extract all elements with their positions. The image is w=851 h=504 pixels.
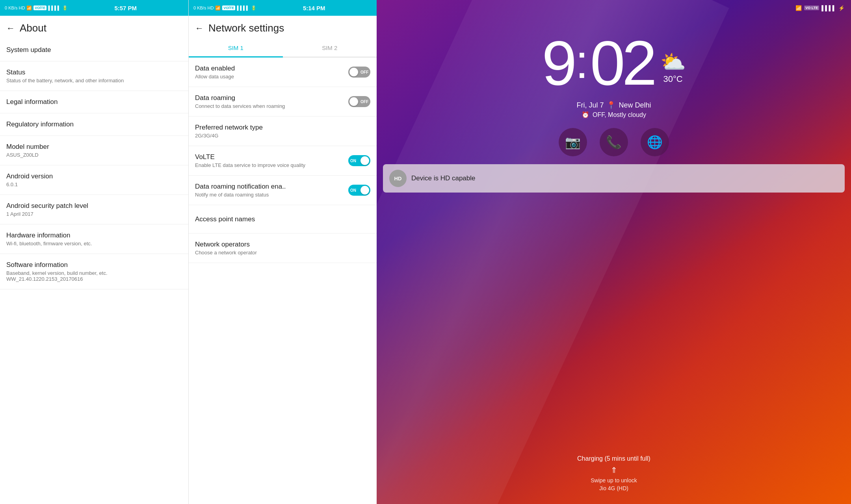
- location-text: New Delhi: [619, 101, 651, 109]
- about-item-hardware[interactable]: Hardware information Wi-fi, bluetooth, f…: [0, 224, 188, 254]
- toggle-label: OFF: [360, 100, 368, 104]
- wifi-icon: 📶: [215, 6, 221, 11]
- network-item-subtitle: 2G/3G/4G: [195, 133, 370, 139]
- about-list: System update Status Status of the batte…: [0, 39, 188, 504]
- swipe-up-arrows: ⇑: [611, 465, 617, 475]
- toggle-knob: [360, 186, 369, 195]
- browser-icon: 🌐: [647, 135, 663, 150]
- lockscreen-date: Fri, Jul 7 📍 New Delhi: [377, 101, 851, 109]
- wifi-icon: 📶: [26, 6, 32, 11]
- panel-network: 0 KB/s HD 📶 VOlTE ▌▌▌▌ 🔋 5:14 PM ← Netwo…: [188, 0, 377, 504]
- about-item-title: Android security patch level: [6, 202, 182, 210]
- network-item-volte[interactable]: VoLTE Enable LTE data service to improve…: [189, 146, 377, 176]
- about-item-system-update[interactable]: System update: [0, 39, 188, 61]
- network-item-title: Access point names: [195, 215, 370, 223]
- about-item-regulatory[interactable]: Regulatory information: [0, 113, 188, 136]
- alarm-text: OFF, Mostly cloudy: [593, 111, 646, 119]
- network-item-subtitle: Choose a network operator: [195, 250, 370, 256]
- network-item-operators[interactable]: Network operators Choose a network opera…: [189, 233, 377, 263]
- network-item-title: Data enabled: [195, 65, 342, 72]
- network-item-subtitle: Enable LTE data service to improve voice…: [195, 162, 342, 168]
- camera-shortcut[interactable]: 📷: [559, 128, 587, 156]
- tab-sim2[interactable]: SIM 2: [283, 39, 377, 57]
- lockscreen-alarm: ⏰ OFF, Mostly cloudy: [377, 111, 851, 119]
- status-bar-about: 0 KB/s HD 📶 VOlTE ▌▌▌▌ 🔋 5:57 PM: [0, 0, 188, 16]
- volte-badge: VOlTE: [222, 6, 235, 10]
- volte-badge: VOlTE: [33, 6, 46, 10]
- lockscreen-time: 9 : 02 ⛅ 30°C: [377, 16, 851, 98]
- network-item-preferred-network[interactable]: Preferred network type 2G/3G/4G: [189, 117, 377, 146]
- back-button[interactable]: ←: [195, 23, 204, 33]
- toggle-label: OFF: [360, 70, 368, 74]
- ls-volte-badge: VO LTE: [804, 6, 819, 10]
- about-item-software[interactable]: Software information Baseband, kernel ve…: [0, 254, 188, 289]
- ls-signal-icon: ▌▌▌▌: [821, 5, 836, 11]
- network-item-data-enabled[interactable]: Data enabled Allow data usage OFF: [189, 57, 377, 87]
- phone-shortcut[interactable]: 📞: [600, 128, 628, 156]
- lockscreen-shortcuts: 📷 📞 🌐: [377, 128, 851, 156]
- status-left-icons: 0 KB/s HD 📶 VOlTE ▌▌▌▌ 🔋: [5, 6, 68, 11]
- camera-icon: 📷: [565, 135, 581, 150]
- toggle-knob: [349, 68, 358, 76]
- network-item-roaming-notif[interactable]: Data roaming notification ena.. Notify m…: [189, 176, 377, 205]
- about-item-subtitle: Wi-fi, bluetooth, firmware version, etc.: [6, 241, 182, 246]
- lockscreen-status-bar: 📶 VO LTE ▌▌▌▌ ⚡: [377, 0, 851, 16]
- about-header: ← About: [0, 16, 188, 39]
- about-item-android-version[interactable]: Android version 6.0.1: [0, 165, 188, 195]
- about-item-subtitle: Status of the battery, network, and othe…: [6, 78, 182, 83]
- status-time: 5:57 PM: [114, 5, 137, 11]
- location-icon: 📍: [607, 101, 615, 109]
- weather-temp: 30°C: [663, 74, 683, 84]
- about-item-subtitle: ASUS_Z00LD: [6, 152, 182, 158]
- about-item-legal[interactable]: Legal information: [0, 91, 188, 113]
- about-item-model[interactable]: Model number ASUS_Z00LD: [0, 136, 188, 165]
- network-item-data-roaming[interactable]: Data roaming Connect to data services wh…: [189, 87, 377, 117]
- lockscreen-bottom: Charging (5 mins until full) ⇑ Swipe up …: [377, 193, 851, 504]
- about-item-title: Legal information: [6, 98, 182, 106]
- signal-bars-icon: ▌▌▌▌: [237, 6, 249, 10]
- about-item-security-patch[interactable]: Android security patch level 1 April 201…: [0, 195, 188, 224]
- toggle-label: ON: [350, 188, 356, 193]
- status-time: 5:14 PM: [303, 5, 325, 11]
- time-minutes: 02: [590, 32, 654, 94]
- about-item-title: Software information: [6, 261, 182, 269]
- network-settings-list: Data enabled Allow data usage OFF Data r…: [189, 57, 377, 504]
- about-item-title: Status: [6, 69, 182, 76]
- volte-toggle[interactable]: ON: [348, 155, 370, 166]
- notification-text: Device is HD capable: [411, 174, 476, 182]
- network-item-title: VoLTE: [195, 153, 342, 161]
- charging-text: Charging (5 mins until full): [577, 455, 650, 462]
- tab-sim1[interactable]: SIM 1: [189, 39, 283, 57]
- about-item-title: Hardware information: [6, 232, 182, 239]
- network-item-title: Network operators: [195, 241, 370, 248]
- toggle-label: ON: [350, 159, 356, 163]
- lockscreen-notification[interactable]: HD Device is HD capable: [383, 164, 845, 193]
- status-left-icons: 0 KB/s HD 📶 VOlTE ▌▌▌▌ 🔋: [193, 6, 256, 11]
- toggle-knob: [349, 97, 358, 106]
- lockscreen-content: 📶 VO LTE ▌▌▌▌ ⚡ 9 : 02 ⛅ 30°C Fri, Jul 7…: [377, 0, 851, 504]
- back-button[interactable]: ←: [6, 23, 15, 33]
- about-item-subtitle: Baseband, kernel version, build number, …: [6, 270, 182, 282]
- browser-shortcut[interactable]: 🌐: [641, 128, 669, 156]
- network-item-title: Data roaming: [195, 94, 342, 102]
- time-colon: :: [575, 32, 588, 85]
- kb-indicator: 0 KB/s HD: [5, 6, 25, 10]
- network-item-subtitle: Connect to data services when roaming: [195, 103, 342, 109]
- data-roaming-toggle[interactable]: OFF: [348, 96, 370, 107]
- signal-bars-icon: ▌▌▌▌: [48, 6, 60, 10]
- roaming-notif-toggle[interactable]: ON: [348, 185, 370, 196]
- about-item-title: Regulatory information: [6, 120, 182, 128]
- swipe-up-text: Swipe up to unlock: [591, 477, 637, 484]
- kb-indicator: 0 KB/s HD: [193, 6, 214, 10]
- time-hours: 9: [542, 32, 574, 94]
- network-item-title: Data roaming notification ena..: [195, 183, 342, 191]
- about-item-status[interactable]: Status Status of the battery, network, a…: [0, 61, 188, 91]
- weather-icon: ⛅: [660, 50, 686, 74]
- network-item-apn[interactable]: Access point names: [189, 205, 377, 233]
- network-item-subtitle: Notify me of data roaming status: [195, 192, 342, 198]
- panel-about: 0 KB/s HD 📶 VOlTE ▌▌▌▌ 🔋 5:57 PM ← About…: [0, 0, 188, 504]
- about-item-title: Model number: [6, 143, 182, 151]
- data-enabled-toggle[interactable]: OFF: [348, 67, 370, 78]
- about-item-subtitle: 6.0.1: [6, 182, 182, 187]
- network-item-subtitle: Allow data usage: [195, 74, 342, 80]
